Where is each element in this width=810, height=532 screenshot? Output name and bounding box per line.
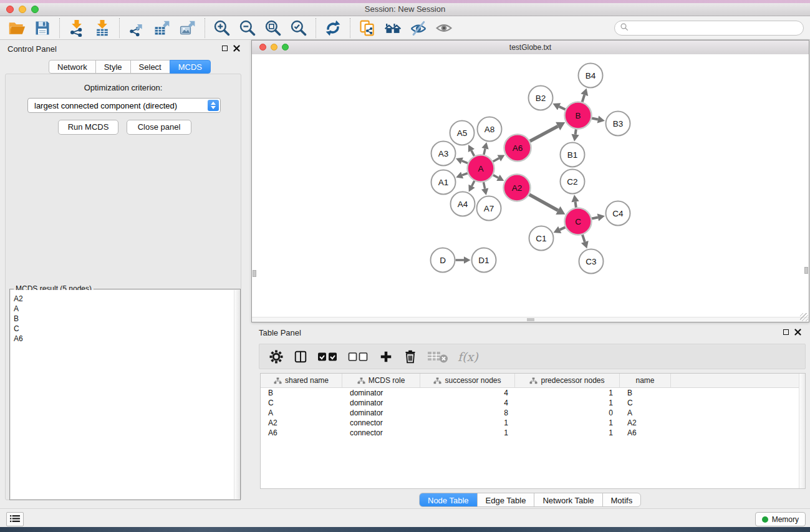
table-cell[interactable]: 1: [515, 388, 620, 398]
hide-panel-button[interactable]: [409, 19, 428, 37]
node-D[interactable]: D: [431, 248, 455, 273]
table-cell[interactable]: A: [620, 408, 671, 418]
edge-C-C2[interactable]: [571, 195, 579, 207]
tab-node-table[interactable]: Node Table: [419, 493, 478, 507]
search-input[interactable]: [629, 24, 803, 32]
table-cell[interactable]: dominator: [342, 388, 420, 398]
run-mcds-button[interactable]: Run MCDS: [58, 120, 118, 135]
table-cell[interactable]: A6: [261, 428, 342, 438]
table-cell[interactable]: connector: [342, 428, 420, 438]
table-cell[interactable]: connector: [342, 418, 420, 428]
table-cell[interactable]: A2: [620, 418, 671, 428]
tab-mcds[interactable]: MCDS: [170, 60, 211, 74]
edge-C-C1[interactable]: [554, 226, 566, 233]
tab-network[interactable]: Network: [49, 60, 96, 74]
node-C[interactable]: C: [565, 208, 592, 235]
add-column-button[interactable]: [378, 347, 393, 366]
column-header-mcds-role[interactable]: MCDS role: [342, 374, 420, 387]
edge-A-A7[interactable]: [481, 182, 488, 195]
zoom-fit-button[interactable]: [264, 19, 282, 37]
zoom-selected-button[interactable]: [289, 19, 308, 37]
settings-gear-button[interactable]: [269, 347, 284, 366]
table-cell[interactable]: C: [261, 398, 342, 408]
table-cell[interactable]: dominator: [342, 408, 420, 418]
close-panel-button[interactable]: Close panel: [127, 120, 191, 135]
edge-B-B4[interactable]: [581, 89, 588, 102]
home-button[interactable]: [383, 19, 402, 37]
node-D1[interactable]: D1: [472, 248, 496, 273]
panel-splitter[interactable]: [246, 39, 251, 509]
table-row[interactable]: Bdominator41B: [261, 388, 805, 398]
edge-B-B3[interactable]: [592, 115, 605, 123]
mcds-result-item[interactable]: B: [14, 314, 239, 324]
column-layout-button[interactable]: [293, 347, 308, 366]
table-cell[interactable]: A6: [620, 428, 671, 438]
node-A4[interactable]: A4: [451, 192, 475, 216]
edge-B-B1[interactable]: [571, 129, 579, 141]
table-cell[interactable]: 0: [515, 408, 620, 418]
edge-C-C3[interactable]: [581, 235, 589, 248]
column-header-shared-name[interactable]: shared name: [261, 374, 342, 387]
close-table-panel-icon[interactable]: [794, 329, 801, 336]
table-scrollbar[interactable]: [799, 374, 805, 488]
edge-B-B2[interactable]: [552, 103, 565, 110]
tab-network-table[interactable]: Network Table: [534, 493, 602, 507]
node-A1[interactable]: A1: [432, 170, 456, 195]
node-C4[interactable]: C4: [606, 201, 630, 226]
table-cell[interactable]: 1: [515, 398, 620, 408]
node-A6[interactable]: A6: [504, 135, 531, 162]
zoom-in-button[interactable]: [213, 19, 231, 37]
table-row[interactable]: A2connector11A2: [261, 418, 805, 428]
edge-A-A6[interactable]: [493, 155, 505, 162]
import-table-button[interactable]: [93, 19, 112, 37]
table-cell[interactable]: 4: [420, 388, 515, 398]
table-cell[interactable]: dominator: [342, 398, 420, 408]
right-scroll-thumb[interactable]: [804, 267, 808, 274]
node-A2[interactable]: A2: [504, 175, 531, 201]
table-cell[interactable]: B: [261, 388, 342, 398]
result-list-scrollbar[interactable]: [234, 290, 239, 499]
memory-button[interactable]: Memory: [755, 512, 806, 526]
open-session-button[interactable]: [7, 19, 26, 37]
table-cell[interactable]: 1: [515, 418, 620, 428]
node-A5[interactable]: A5: [450, 121, 475, 145]
table-cell[interactable]: A2: [261, 418, 342, 428]
resize-grip[interactable]: [800, 313, 808, 321]
node-C1[interactable]: C1: [529, 226, 554, 251]
table-cell[interactable]: 1: [420, 418, 515, 428]
node-A3[interactable]: A3: [432, 142, 456, 166]
network-canvas[interactable]: AA1A3A5A8A6A2A4A7BB1B2B3B4CC1C2C3C4DD1: [252, 54, 809, 322]
node-A[interactable]: A: [468, 155, 494, 182]
tab-style[interactable]: Style: [95, 60, 131, 74]
mcds-result-item[interactable]: A: [14, 304, 239, 314]
horizontal-scrollbar[interactable]: [252, 317, 809, 322]
table-row[interactable]: A6connector11A6: [261, 428, 805, 438]
float-table-panel-icon[interactable]: [783, 329, 789, 335]
deselect-all-columns-button[interactable]: [348, 347, 369, 366]
column-header-predecessor-nodes[interactable]: predecessor nodes: [515, 374, 620, 387]
zoom-out-button[interactable]: [238, 19, 257, 37]
edge-A6-B[interactable]: [530, 122, 565, 142]
table-cell[interactable]: 1: [515, 428, 620, 438]
edge-A-A3[interactable]: [456, 158, 468, 165]
node-B[interactable]: B: [565, 102, 592, 129]
show-view-button[interactable]: [435, 19, 453, 37]
table-cell[interactable]: A: [261, 408, 342, 418]
refresh-button[interactable]: [324, 19, 342, 37]
mcds-result-item[interactable]: C: [14, 324, 239, 334]
table-cell[interactable]: 1: [420, 428, 515, 438]
task-history-button[interactable]: [6, 512, 24, 526]
node-B2[interactable]: B2: [529, 86, 553, 110]
table-cell[interactable]: 8: [420, 408, 515, 418]
export-table-button[interactable]: [153, 19, 171, 37]
node-B1[interactable]: B1: [561, 143, 585, 167]
table-cell[interactable]: C: [620, 398, 671, 408]
tab-motifs[interactable]: Motifs: [602, 493, 642, 507]
network-window-titlebar[interactable]: testGlobe.txt: [252, 41, 809, 55]
edge-A-A1[interactable]: [456, 172, 468, 179]
table-row[interactable]: Cdominator41C: [261, 398, 805, 408]
close-panel-icon[interactable]: [233, 45, 240, 52]
table-cell[interactable]: 4: [420, 398, 515, 408]
criterion-dropdown[interactable]: largest connected component (directed): [27, 98, 221, 113]
delete-column-button[interactable]: [403, 347, 418, 366]
